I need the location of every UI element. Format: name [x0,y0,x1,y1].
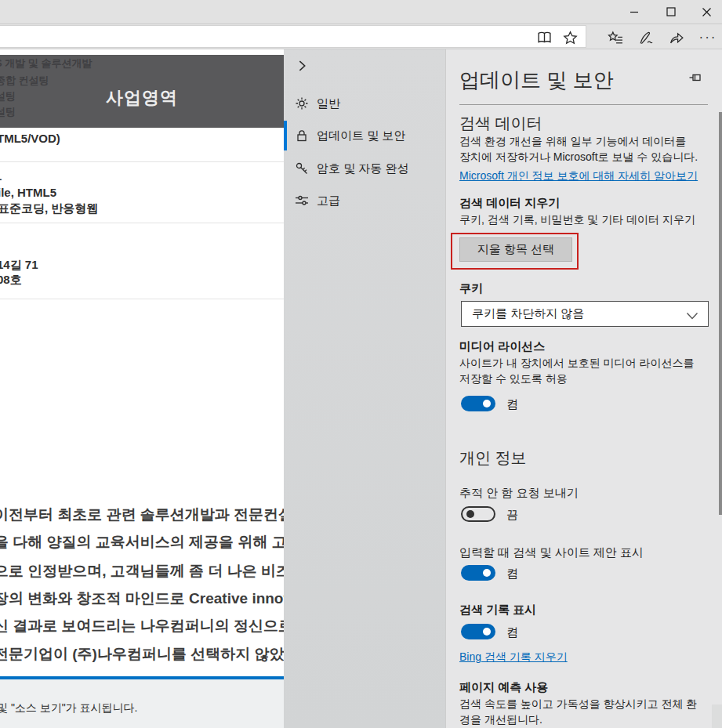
do-not-track-label: 추적 안 함 요청 보내기 [459,486,579,501]
hub-favorites-icon[interactable] [607,29,624,46]
do-not-track-toggle-label: 끔 [506,508,518,523]
chevron-down-icon [686,310,698,323]
divider [459,104,708,105]
sidebar-item-passwords-autofill[interactable]: 암호 및 자동 완성 [284,154,445,183]
reading-view-icon[interactable] [535,29,553,46]
statusbar-text: 및 "소스 보기"가 표시됩니다. [0,701,284,715]
paragraph-line: 신 결과로 보여드리는 나우컴퍼니의 정신으로 보답하겠 [0,616,284,636]
close-icon[interactable] [693,0,720,24]
scrollbar-corner [712,704,722,728]
media-licenses-desc: 사이트가 내 장치에서 보호된 미디어 라이선스를 [459,357,694,371]
media-licenses-toggle-label: 켬 [506,397,518,412]
search-history-toggle[interactable] [461,624,495,639]
sidebar-item-label: 고급 [317,194,340,208]
sliders-icon [295,194,309,208]
sidebar-item-advanced[interactable]: 고급 [284,186,445,216]
web-note-pen-icon[interactable] [637,29,655,46]
collapse-chevron-icon[interactable] [295,59,309,75]
choose-what-to-clear-button[interactable]: 지울 항목 선택 [459,237,572,262]
sidebar-item-label: 암호 및 자동 완성 [317,161,409,176]
page-statusbar: 및 "소스 보기"가 표시됩니다. [0,679,284,728]
sidebar-item-label: 업데이트 및 보안 [317,129,405,143]
edge-browser-window: ··· S 개발 및 솔루션개발 종합 컨설팅 설팅 설팅 사업영역 TML5/… [0,0,722,728]
favorite-star-icon[interactable] [561,29,579,46]
browser-toolbar: ··· [0,24,722,49]
sidebar-item-general[interactable]: 일반 [284,89,445,118]
clear-bing-history-link[interactable]: Bing 검색 기록 지우기 [459,650,568,665]
search-suggestions-toggle[interactable] [461,565,495,581]
gear-icon [295,96,309,110]
page-text-fragment: ile, HTML5 [0,186,56,199]
scrollbar-thumb[interactable] [719,112,722,515]
page-prediction-label: 페이지 예측 사용 [459,680,548,695]
media-licenses-desc: 저장할 수 있도록 허용 [459,372,568,386]
media-licenses-label: 미디어 라이선스 [459,339,545,354]
divider [0,161,284,162]
section-heading-browsing-data: 검색 데이터 [459,113,542,134]
settings-sidebar: 일반 업데이트 및 보안 암호 및 자동 완성 고급 [284,49,445,728]
toggle-knob [483,400,491,407]
webpage-header-band: S 개발 및 솔루션개발 종합 컨설팅 설팅 설팅 사업영역 [0,55,284,128]
search-history-toggle-label: 켬 [506,625,518,640]
toggle-knob [466,510,474,518]
settings-panel: 업데이트 및 보안 검색 데이터 검색 환경 개선을 위해 일부 기능에서 데이… [445,49,722,728]
page-text-fragment: TML5/VOD) [0,132,60,145]
minimize-icon[interactable] [621,0,648,24]
page-address-line: 08호 [0,273,22,288]
page-prediction-desc: 경을 개선됩니다. [459,713,542,727]
paragraph-line: 전문기업이 (주)나우컴퍼니를 선택하지 않았을 것입니 [0,644,284,665]
clear-browsing-data-desc: 쿠키, 검색 기록, 비밀번호 및 기타 데이터 지우기 [459,213,695,227]
pin-panel-icon[interactable] [689,71,704,86]
paragraph-line: 이전부터 최초로 관련 솔루션개발과 전문컨설팅을 시작 [0,505,284,525]
panel-title: 업데이트 및 보안 [459,67,613,94]
paragraph-line: 을 다해 양질의 교육서비스의 제공을 위해 고군분투해 왔 [0,532,284,552]
toggle-knob [483,628,491,636]
lock-icon [295,129,309,143]
divider [0,299,284,299]
paragraph-line: 장의 변화와 창조적 마인드로 Creative innovation을 [0,589,284,609]
more-actions-icon[interactable]: ··· [699,29,717,46]
privacy-learn-more-link[interactable]: Microsoft 개인 정보 보호에 대해 자세히 알아보기 [459,169,698,183]
address-bar[interactable] [0,25,586,48]
do-not-track-toggle[interactable] [461,506,495,522]
paragraph-line: 으로 인정받으며, 고객님들께 좀 더 나은 비즈니스 환경 [0,561,284,581]
window-titlebar [0,0,722,24]
search-suggestions-toggle-label: 켬 [506,567,518,581]
page-address-line: 14길 71 [0,258,38,273]
page-title: 사업영역 [63,86,220,110]
search-history-label: 검색 기록 표시 [459,603,536,618]
divider [0,223,284,223]
media-licenses-toggle[interactable] [461,396,495,411]
webpage-content: S 개발 및 솔루션개발 종합 컨설팅 설팅 설팅 사업영역 TML5/VOD)… [0,49,284,728]
browsing-data-desc: 검색 환경 개선을 위해 일부 기능에서 데이터를 [459,135,686,149]
section-heading-privacy: 개인 정보 [459,447,527,469]
toggle-knob [483,569,491,577]
page-prediction-desc: 검색 속도를 높이고 가독성을 향상시키고 전체 환 [459,697,697,712]
key-icon [295,161,309,176]
header-menu-line: S 개발 및 솔루션개발 [0,56,284,71]
cookies-dropdown[interactable]: 쿠키를 차단하지 않음 [461,301,709,327]
cookies-dropdown-value: 쿠키를 차단하지 않음 [472,306,584,321]
sidebar-item-label: 일반 [317,96,340,111]
search-suggestions-label: 입력할 때 검색 및 사이트 제안 표시 [459,545,644,560]
sidebar-item-update-security[interactable]: 업데이트 및 보안 [284,121,445,150]
browsing-data-desc: 장치에 저장하거나 Microsoft로 보낼 수 있습니다. [459,150,698,165]
cookies-label: 쿠키 [459,281,483,296]
maximize-icon[interactable] [658,0,684,24]
share-icon[interactable] [668,29,685,46]
clear-browsing-data-label: 검색 데이터 지우기 [459,196,560,211]
page-text-fragment: - [0,173,2,185]
page-text-fragment: 표준코딩, 반응형웹 [0,201,98,216]
